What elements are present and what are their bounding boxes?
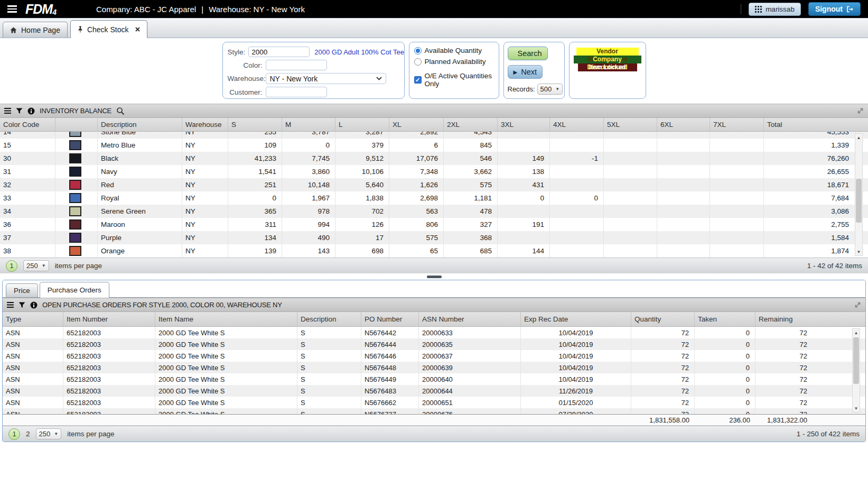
user-menu-button[interactable]: marissab — [749, 3, 801, 16]
column-header[interactable]: S — [228, 118, 282, 131]
table-row[interactable]: 31NavyNY1,5413,86010,1067,3483,66213826,… — [0, 165, 868, 178]
customer-input[interactable] — [266, 87, 327, 97]
cell-po-number: N5676448 — [361, 362, 419, 373]
inventory-header-row: Color CodeDescriptionWarehouseSMLXL2XL3X… — [0, 118, 868, 132]
page-2-link[interactable]: 2 — [26, 430, 30, 438]
column-header[interactable]: M — [282, 118, 335, 131]
grid-menu-icon[interactable] — [4, 108, 11, 114]
column-header[interactable]: XL — [389, 118, 444, 131]
column-header[interactable]: 4XL — [550, 118, 604, 131]
per-page-value: 250 — [26, 262, 38, 270]
cell-color-code: 36 — [0, 218, 55, 231]
column-header[interactable]: Item Name — [155, 312, 297, 326]
column-header[interactable]: Warehouse — [182, 118, 228, 131]
color-input[interactable] — [266, 60, 327, 70]
info-icon[interactable] — [30, 301, 38, 309]
column-header[interactable]: 7XL — [710, 118, 764, 131]
scrollbar-thumb[interactable] — [856, 179, 862, 223]
column-header[interactable]: Taken — [695, 312, 755, 326]
items-per-page-select[interactable]: 250 ▼ — [23, 260, 49, 271]
scroll-up-arrow[interactable]: ▲ — [855, 134, 862, 141]
tab-purchase-orders[interactable]: Purchase Orders — [40, 282, 109, 298]
cell-qty-l: 5,640 — [335, 178, 389, 191]
radio-label: Available Quantity — [425, 47, 482, 54]
table-row[interactable]: 37PurpleNY134490175753681,584 — [0, 231, 868, 244]
table-row[interactable]: ASN6521820032000 GD Tee White SSN5676483… — [3, 385, 865, 397]
cell-exp-rec-date: 10/04/2019 — [521, 362, 631, 373]
signout-button[interactable]: Signout — [808, 2, 861, 16]
scroll-down-arrow[interactable]: ▼ — [855, 248, 862, 255]
warehouse-label: Warehouse: — [228, 75, 266, 82]
grid-search-icon[interactable] — [116, 107, 125, 115]
table-row[interactable]: ASN6521820032000 GD Tee White SSN5676444… — [3, 338, 865, 350]
tab-check-stock[interactable]: Check Stock — [70, 20, 147, 38]
column-header[interactable] — [55, 118, 98, 131]
po-scrollbar[interactable]: ▲ ▼ — [852, 328, 860, 412]
table-row[interactable]: ASN6521820032000 GD Tee White SSN5676737… — [3, 408, 865, 414]
column-header[interactable]: Total — [764, 118, 868, 131]
column-header[interactable]: 6XL — [657, 118, 710, 131]
column-header[interactable]: Remaining — [755, 312, 865, 326]
checkbox-oe-active[interactable]: ✓ O/E Active Quantities Only — [414, 72, 494, 88]
records-select[interactable]: 500 ▼ — [537, 84, 563, 95]
menu-icon[interactable] — [7, 5, 17, 13]
column-header[interactable]: Description — [98, 118, 182, 131]
column-header[interactable]: ASN Number — [419, 312, 521, 326]
filter-icon[interactable] — [16, 108, 23, 114]
table-row[interactable]: ASN6521820032000 GD Tee White SSN5676442… — [3, 327, 865, 338]
filter-icon[interactable] — [18, 302, 25, 308]
column-header[interactable]: Item Number — [63, 312, 155, 326]
items-per-page-select[interactable]: 250 ▼ — [36, 428, 62, 439]
tab-price[interactable]: Price — [6, 283, 38, 297]
column-header[interactable]: L — [335, 118, 389, 131]
style-description-link[interactable]: 2000 GD Adult 100% Cot Tee — [314, 48, 404, 56]
expand-icon[interactable] — [857, 107, 864, 114]
table-row[interactable]: ASN6521820032000 GD Tee White SSN5676662… — [3, 397, 865, 408]
table-row[interactable]: 15Metro BlueNY109037968451,339 — [0, 139, 868, 152]
table-row[interactable]: ASN6521820032000 GD Tee White SSN5676449… — [3, 373, 865, 385]
column-header[interactable]: Description — [297, 312, 361, 326]
cell-description: Serene Green — [98, 205, 182, 218]
table-row[interactable]: 36MaroonNY3119941268063271912,755 — [0, 218, 868, 231]
cell-remaining: 72 — [755, 327, 865, 338]
column-header[interactable]: PO Number — [361, 312, 419, 326]
scrollbar-thumb[interactable] — [853, 337, 859, 384]
search-button[interactable]: Search — [508, 47, 548, 60]
scroll-up-arrow[interactable]: ▲ — [853, 329, 860, 336]
splitter-handle[interactable] — [427, 276, 442, 278]
page-1-button[interactable]: 1 — [6, 260, 17, 272]
table-row[interactable]: 14Stone BlueNY2553,7873,2872,8924,54345,… — [0, 132, 868, 139]
cell-po-number: N5676444 — [361, 338, 419, 350]
column-header[interactable]: 5XL — [604, 118, 657, 131]
table-row[interactable]: 34Serene GreenNY3659787025634783,086 — [0, 205, 868, 218]
cell-quantity: 72 — [631, 350, 695, 362]
grid-menu-icon[interactable] — [7, 302, 14, 308]
cell-color-code: 38 — [0, 244, 55, 258]
table-row[interactable]: 33RoyalNY01,9671,8382,6981,181007,684 — [0, 191, 868, 205]
scroll-down-arrow[interactable]: ▼ — [853, 405, 860, 412]
column-header[interactable]: Color Code — [0, 118, 55, 131]
cell-qty-3xl: 138 — [498, 165, 550, 178]
next-button[interactable]: ▶ Next — [508, 65, 543, 79]
close-icon[interactable] — [135, 27, 140, 32]
table-row[interactable]: 38OrangeNY139143698656851441,874 — [0, 244, 868, 258]
column-header[interactable]: Quantity — [631, 312, 695, 326]
tab-home-page[interactable]: Home Page — [3, 22, 68, 38]
cell-po-number: N5676442 — [361, 327, 419, 338]
column-header[interactable]: Exp Rec Date — [521, 312, 631, 326]
column-header[interactable]: 2XL — [444, 118, 498, 131]
column-header[interactable]: Type — [3, 312, 63, 326]
radio-planned-availability[interactable]: Planned Availability — [414, 58, 494, 66]
radio-available-quantity[interactable]: Available Quantity — [414, 47, 494, 54]
expand-icon[interactable] — [854, 301, 861, 308]
column-header[interactable]: 3XL — [498, 118, 550, 131]
page-1-button[interactable]: 1 — [8, 428, 20, 440]
table-row[interactable]: ASN6521820032000 GD Tee White SSN5676448… — [3, 362, 865, 373]
style-input[interactable] — [248, 47, 310, 57]
inventory-scrollbar[interactable]: ▲ ▼ — [855, 133, 863, 256]
info-icon[interactable] — [27, 107, 35, 115]
table-row[interactable]: ASN6521820032000 GD Tee White SSN5676446… — [3, 350, 865, 362]
table-row[interactable]: 32RedNY25110,1485,6401,62657543118,671 — [0, 178, 868, 191]
warehouse-select[interactable]: NY - New York — [266, 73, 386, 84]
table-row[interactable]: 30BlackNY41,2337,7459,51217,076546149-17… — [0, 152, 868, 165]
